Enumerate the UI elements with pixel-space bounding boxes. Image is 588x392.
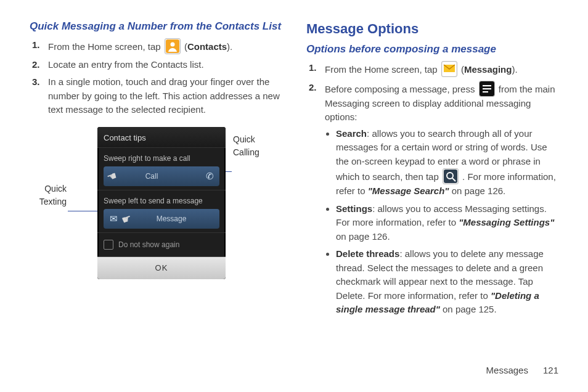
left-column: Quick Messaging a Number from the Contac… <box>30 18 282 323</box>
device-row-msg: Sweep left to send a message ✉ ☛ Message <box>97 190 226 232</box>
step-text: ). <box>227 41 232 52</box>
callout-quick-calling: Quick Calling <box>233 133 270 159</box>
footer-section: Messages <box>486 365 528 375</box>
device-row-call: Sweep right to make a call Call ☚ ✆ <box>97 147 226 190</box>
page-footer: Messages121 <box>486 364 558 378</box>
callout-quick-texting: Quick Texting <box>30 182 67 208</box>
svg-rect-5 <box>483 88 491 89</box>
step-text: From the Home screen, tap <box>48 41 163 52</box>
message-strip: ✉ ☛ Message <box>104 209 219 229</box>
left-step-3: In a single motion, touch and drag your … <box>48 75 282 117</box>
footer-page: 121 <box>543 365 558 375</box>
do-not-show-row: Do not show again <box>97 232 226 256</box>
device-title: Contact tips <box>97 127 226 148</box>
menu-icon <box>479 81 495 97</box>
left-steps: From the Home screen, tap (Contacts). Lo… <box>30 38 282 117</box>
call-strip: Call ☚ ✆ <box>104 166 219 186</box>
callout-text: Texting <box>39 197 67 206</box>
callout-text: Quick <box>233 134 255 144</box>
contact-tips-figure: Quick Calling Quick Texting Contact tips… <box>30 127 282 287</box>
option-tail: on page 126. <box>336 231 390 242</box>
messaging-icon <box>441 61 457 77</box>
option-tail: on page 125. <box>440 304 497 314</box>
callout-text: Quick <box>44 184 67 194</box>
option-lead: Delete threads <box>336 248 399 259</box>
options-list: Search: allows you to search through all… <box>325 127 558 317</box>
search-icon <box>443 168 459 184</box>
svg-point-1 <box>170 42 174 46</box>
callout-text: Calling <box>233 147 259 157</box>
contacts-icon <box>165 38 181 54</box>
option-lead: Search <box>336 128 367 139</box>
option-lead: Settings <box>336 203 372 214</box>
option-tail: on page 126. <box>449 186 505 196</box>
contacts-label: Contacts <box>187 41 227 52</box>
phone-icon: ✆ <box>200 169 219 184</box>
step-text: ). <box>512 64 517 75</box>
right-step-2: Before composing a message, press from t… <box>325 81 558 317</box>
row-caption: Sweep left to send a message <box>104 197 203 205</box>
ref: "Messaging Settings" <box>459 217 554 227</box>
messaging-label: Messaging <box>464 64 512 75</box>
row-caption: Sweep right to make a call <box>104 154 190 163</box>
msg-label: Message <box>123 213 219 224</box>
svg-rect-4 <box>483 85 491 86</box>
ref: "Message Search" <box>368 186 449 196</box>
step-text: From the Home screen, tap <box>325 64 440 75</box>
option-search: Search: allows you to search through all… <box>336 127 558 198</box>
svg-rect-6 <box>483 91 488 92</box>
option-delete: Delete threads: allows you to delete any… <box>336 247 558 317</box>
left-step-2: Locate an entry from the Contacts list. <box>48 58 282 72</box>
device-mock: Contact tips Sweep right to make a call … <box>97 127 226 279</box>
right-h1: Message Options <box>306 18 558 39</box>
do-not-show-label: Do not show again <box>118 239 179 250</box>
right-step-1: From the Home screen, tap (Messaging). <box>325 61 558 77</box>
right-h2: Options before composing a message <box>306 41 558 57</box>
right-steps: From the Home screen, tap (Messaging). B… <box>306 61 558 317</box>
step-text: Before composing a message, press <box>325 84 478 94</box>
checkbox-icon <box>104 240 113 250</box>
left-heading: Quick Messaging a Number from the Contac… <box>30 18 282 35</box>
option-settings: Settings: allows you to access Messaging… <box>336 202 558 244</box>
ok-button: OK <box>97 256 226 279</box>
left-step-1: From the Home screen, tap (Contacts). <box>48 38 282 54</box>
manual-page: Quick Messaging a Number from the Contac… <box>0 0 588 392</box>
right-column: Message Options Options before composing… <box>306 18 558 323</box>
